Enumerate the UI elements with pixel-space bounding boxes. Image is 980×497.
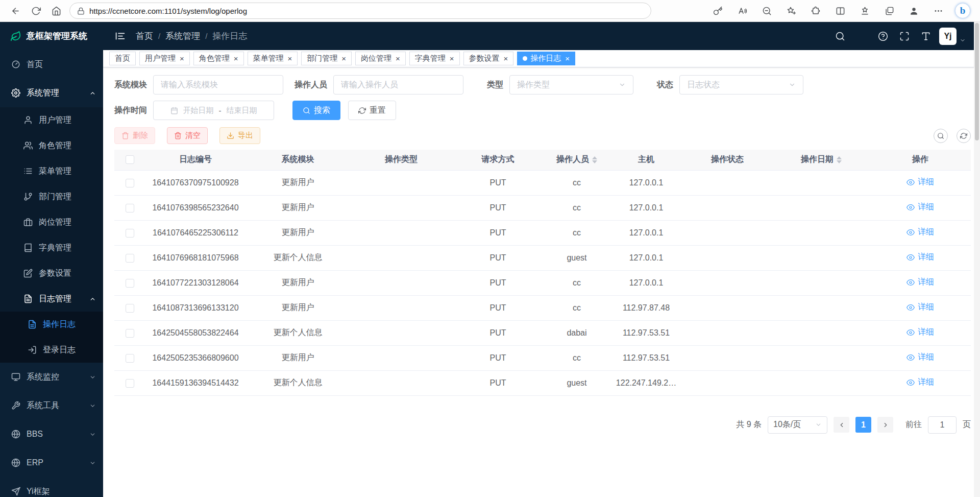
row-checkbox[interactable] bbox=[126, 354, 134, 363]
tab-close-icon[interactable]: × bbox=[450, 55, 454, 62]
more-button[interactable] bbox=[929, 2, 947, 19]
tab-oper-log[interactable]: 操作日志× bbox=[517, 52, 575, 65]
question-button[interactable] bbox=[874, 27, 892, 45]
refresh-table-button[interactable] bbox=[957, 129, 971, 143]
font-size-button[interactable] bbox=[917, 27, 935, 45]
add-favorite-button[interactable] bbox=[782, 2, 800, 19]
chevron-down-icon[interactable] bbox=[960, 37, 966, 43]
sidebar-item-user-mgmt[interactable]: 用户管理 bbox=[0, 107, 103, 133]
select-cell[interactable] bbox=[114, 320, 145, 345]
column-header-date[interactable]: 操作日期 bbox=[773, 150, 870, 170]
tab-close-icon[interactable]: × bbox=[341, 55, 346, 62]
breadcrumb-item-home[interactable]: 首页 bbox=[136, 30, 153, 42]
tab-menu-mgmt[interactable]: 菜单管理× bbox=[248, 52, 298, 65]
row-checkbox[interactable] bbox=[126, 254, 134, 263]
read-aloud-button[interactable] bbox=[733, 2, 751, 19]
reset-button[interactable]: 重置 bbox=[348, 101, 396, 120]
select-all-checkbox[interactable] bbox=[126, 155, 134, 164]
split-screen-button[interactable] bbox=[831, 2, 849, 19]
detail-link[interactable]: 详细 bbox=[906, 277, 934, 288]
key-button[interactable] bbox=[708, 2, 727, 19]
tab-close-icon[interactable]: × bbox=[288, 55, 292, 62]
next-page-button[interactable] bbox=[877, 417, 893, 433]
scrollbar-thumb[interactable] bbox=[975, 23, 979, 140]
sidebar-item-post-mgmt[interactable]: 岗位管理 bbox=[0, 209, 103, 235]
sidebar-item-home[interactable]: 首页 bbox=[0, 50, 103, 79]
sort-icon[interactable] bbox=[837, 156, 842, 163]
sidebar-item-dict-mgmt[interactable]: 字典管理 bbox=[0, 235, 103, 261]
page-scrollbar[interactable] bbox=[974, 22, 980, 497]
detail-link[interactable]: 详细 bbox=[906, 377, 934, 388]
row-checkbox[interactable] bbox=[126, 379, 134, 388]
row-checkbox[interactable] bbox=[126, 279, 134, 288]
collections-button[interactable] bbox=[880, 2, 898, 19]
tab-close-icon[interactable]: × bbox=[565, 55, 570, 62]
tab-post-mgmt[interactable]: 岗位管理× bbox=[355, 52, 406, 65]
tab-param-settings[interactable]: 参数设置× bbox=[463, 52, 514, 65]
github-button[interactable] bbox=[852, 27, 871, 45]
page-1-button[interactable]: 1 bbox=[855, 417, 871, 433]
row-checkbox[interactable] bbox=[126, 329, 134, 338]
status-select[interactable]: 日志状态 bbox=[679, 75, 803, 94]
clear-button[interactable]: 清空 bbox=[167, 127, 208, 144]
search-button[interactable] bbox=[831, 27, 849, 45]
select-cell[interactable] bbox=[114, 170, 145, 195]
detail-link[interactable]: 详细 bbox=[906, 352, 934, 363]
home-button[interactable] bbox=[47, 2, 65, 19]
favorites-bar-button[interactable] bbox=[855, 2, 874, 19]
app-logo[interactable]: 意框架管理系统 bbox=[0, 22, 103, 50]
type-select[interactable]: 操作类型 bbox=[509, 75, 633, 94]
page-size-select[interactable]: 10条/页 bbox=[768, 416, 827, 434]
sidebar-item-erp[interactable]: ERP bbox=[0, 448, 103, 477]
tab-home[interactable]: 首页 bbox=[109, 52, 136, 65]
sidebar-fold-button[interactable] bbox=[111, 28, 129, 45]
module-input[interactable] bbox=[153, 75, 283, 94]
sidebar-item-menu-mgmt[interactable]: 菜单管理 bbox=[0, 158, 103, 184]
reload-button[interactable] bbox=[27, 2, 45, 19]
row-checkbox[interactable] bbox=[126, 204, 134, 212]
operator-input[interactable] bbox=[333, 75, 463, 94]
bing-button[interactable]: b bbox=[953, 2, 972, 19]
fullscreen-button[interactable] bbox=[895, 27, 914, 45]
row-checkbox[interactable] bbox=[126, 229, 134, 238]
address-bar[interactable]: https://ccnetcore.com:1101/system/log/op… bbox=[69, 3, 651, 19]
select-cell[interactable] bbox=[114, 270, 145, 295]
column-header-operator[interactable]: 操作人员 bbox=[543, 150, 610, 170]
detail-link[interactable]: 详细 bbox=[906, 327, 934, 338]
user-avatar[interactable]: Yj bbox=[939, 28, 957, 45]
extensions-button[interactable] bbox=[806, 2, 825, 19]
sidebar-item-role-mgmt[interactable]: 角色管理 bbox=[0, 133, 103, 158]
breadcrumb-item-system[interactable]: 系统管理 bbox=[165, 30, 200, 42]
date-range-picker[interactable]: 开始日期 - 结束日期 bbox=[153, 101, 274, 120]
select-cell[interactable] bbox=[114, 245, 145, 270]
tab-close-icon[interactable]: × bbox=[396, 55, 400, 62]
tab-dept-mgmt[interactable]: 部门管理× bbox=[301, 52, 352, 65]
detail-link[interactable]: 详细 bbox=[906, 252, 934, 263]
tab-user-mgmt[interactable]: 用户管理× bbox=[139, 52, 190, 65]
row-checkbox[interactable] bbox=[126, 179, 134, 187]
sidebar-item-log-mgmt[interactable]: 日志管理 bbox=[0, 286, 103, 312]
sidebar-item-system-mgmt[interactable]: 系统管理 bbox=[0, 79, 103, 107]
select-cell[interactable] bbox=[114, 345, 145, 370]
back-button[interactable] bbox=[6, 2, 24, 19]
select-cell[interactable] bbox=[114, 220, 145, 245]
column-header-select[interactable] bbox=[114, 150, 145, 170]
export-button[interactable]: 导出 bbox=[219, 127, 260, 144]
goto-page-input[interactable] bbox=[928, 416, 957, 434]
sidebar-item-oper-log[interactable]: 操作日志 bbox=[0, 312, 103, 337]
sidebar-item-login-log[interactable]: 登录日志 bbox=[0, 337, 103, 363]
profile-avatar-button[interactable] bbox=[904, 2, 923, 19]
prev-page-button[interactable] bbox=[834, 417, 849, 433]
search-button[interactable]: 搜索 bbox=[292, 101, 340, 120]
sidebar-item-dept-mgmt[interactable]: 部门管理 bbox=[0, 184, 103, 209]
sidebar-item-yi-framework[interactable]: Yi框架 bbox=[0, 477, 103, 497]
toggle-search-button[interactable] bbox=[934, 129, 948, 143]
zoom-out-button[interactable] bbox=[757, 2, 776, 19]
detail-link[interactable]: 详细 bbox=[906, 302, 934, 313]
sort-icon[interactable] bbox=[592, 156, 597, 163]
select-cell[interactable] bbox=[114, 370, 145, 395]
detail-link[interactable]: 详细 bbox=[906, 177, 934, 187]
tab-close-icon[interactable]: × bbox=[180, 55, 184, 62]
detail-link[interactable]: 详细 bbox=[906, 202, 934, 212]
sidebar-item-bbs[interactable]: BBS bbox=[0, 420, 103, 448]
